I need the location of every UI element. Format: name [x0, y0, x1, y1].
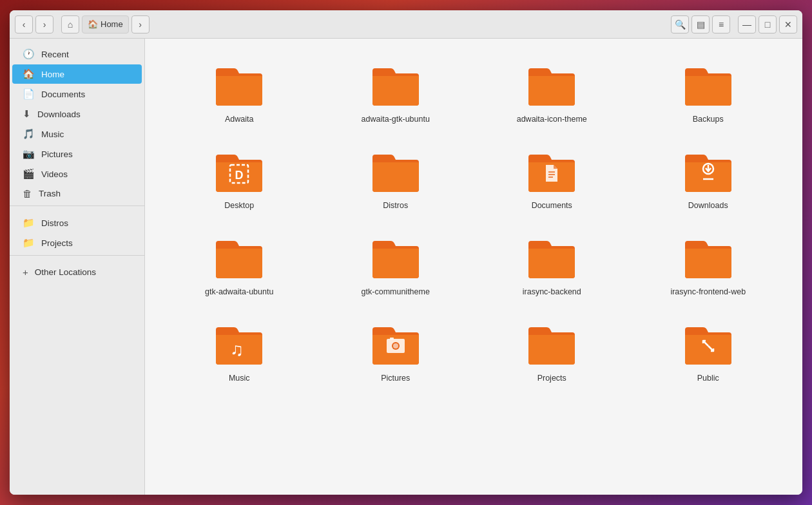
folder-music[interactable]: ♫ Music	[164, 310, 314, 390]
folder-desktop[interactable]: D Desktop	[164, 138, 314, 218]
folder-icon-documents	[525, 146, 579, 197]
folder-label-gtk-adwaita-ubuntu: gtk-adwaita-ubuntu	[205, 287, 273, 296]
folder-icon-adwaita-gtk-ubuntu	[369, 59, 423, 111]
folder-projects[interactable]: Projects	[477, 310, 627, 390]
sidebar-label-documents: Documents	[41, 90, 85, 99]
sidebar-item-home[interactable]: 🏠 Home	[12, 64, 142, 84]
main-content: Adwaita adwaita-gtk-ubuntu	[145, 39, 802, 495]
up-button[interactable]: ⌂	[61, 15, 79, 33]
close-icon: ✕	[784, 19, 792, 30]
folder-icon-desktop: D	[212, 146, 266, 197]
folder-gtk-adwaita-ubuntu[interactable]: gtk-adwaita-ubuntu	[164, 224, 314, 304]
svg-text:D: D	[235, 169, 244, 182]
folder-label-adwaita: Adwaita	[225, 115, 253, 124]
folder-gtk-communitheme[interactable]: gtk-communitheme	[321, 224, 471, 304]
sidebar-item-music[interactable]: 🎵 Music	[12, 124, 142, 144]
folder-label-desktop: Desktop	[224, 201, 254, 210]
sidebar-item-pictures[interactable]: 📷 Pictures	[12, 144, 142, 164]
folder-icon-gtk-communitheme	[369, 232, 423, 283]
sidebar-item-documents[interactable]: 📄 Documents	[12, 84, 142, 104]
toolbar-actions: 🔍 ▤ ≡	[671, 15, 730, 33]
folder-label-projects: Projects	[537, 374, 566, 383]
view-list-button[interactable]: ▤	[691, 15, 710, 33]
sidebar-label-music: Music	[41, 129, 64, 139]
sidebar-label-pictures: Pictures	[41, 149, 73, 159]
back-icon: ‹	[23, 19, 26, 30]
sidebar-item-videos[interactable]: 🎬 Videos	[12, 164, 142, 184]
folder-label-public: Public	[697, 374, 719, 383]
search-button[interactable]: 🔍	[671, 15, 689, 33]
file-grid: Adwaita adwaita-gtk-ubuntu	[164, 52, 783, 390]
folder-irasync-backend[interactable]: irasync-backend	[477, 224, 627, 304]
sidebar-label-trash: Trash	[39, 189, 61, 198]
folder-icon-backups	[681, 59, 735, 111]
folder-icon-public	[681, 318, 735, 370]
folder-label-pictures: Pictures	[381, 374, 410, 383]
titlebar: ‹ › ⌂ 🏠 Home › 🔍 ▤ ≡	[10, 10, 802, 39]
folder-label-gtk-communitheme: gtk-communitheme	[362, 287, 430, 296]
downloads-icon: ⬇	[23, 108, 31, 120]
folder-adwaita-icon-theme[interactable]: adwaita-icon-theme	[477, 52, 627, 131]
folder-icon-music: ♫	[212, 318, 266, 370]
svg-point-11	[393, 343, 398, 348]
sidebar-item-other-locations[interactable]: + Other Locations	[12, 263, 142, 281]
folder-label-irasync-backend: irasync-backend	[523, 287, 581, 296]
folder-irasync-frontend-web[interactable]: irasync-frontend-web	[633, 224, 784, 304]
minimize-icon: —	[742, 19, 751, 30]
folder-adwaita-gtk-ubuntu[interactable]: adwaita-gtk-ubuntu	[321, 52, 471, 131]
folder-downloads[interactable]: Downloads	[633, 138, 784, 218]
distros-icon: 📁	[23, 217, 35, 229]
file-manager-window: ‹ › ⌂ 🏠 Home › 🔍 ▤ ≡	[10, 10, 802, 495]
folder-icon-pictures	[369, 318, 423, 370]
pictures-icon: 📷	[23, 148, 35, 160]
sidebar-item-projects[interactable]: 📁 Projects	[12, 233, 142, 252]
back-button[interactable]: ‹	[15, 15, 33, 33]
location-forward-button[interactable]: ›	[131, 15, 150, 33]
folder-icon-distros	[369, 146, 423, 197]
sidebar-item-trash[interactable]: 🗑 Trash	[12, 184, 142, 203]
location-bar[interactable]: 🏠 Home	[82, 15, 129, 33]
sidebar-label-videos: Videos	[41, 169, 68, 179]
minimize-button[interactable]: —	[738, 15, 756, 33]
folder-icon-gtk-adwaita-ubuntu	[212, 232, 266, 283]
chevron-right-icon: ›	[139, 19, 142, 30]
forward-icon: ›	[43, 19, 46, 30]
sidebar-item-downloads[interactable]: ⬇ Downloads	[12, 104, 142, 124]
home-location-icon: 🏠	[88, 19, 98, 29]
folder-documents[interactable]: Documents	[477, 138, 627, 218]
sidebar-item-recent[interactable]: 🕐 Recent	[12, 44, 142, 64]
up-icon: ⌂	[68, 19, 73, 30]
view-menu-button[interactable]: ≡	[712, 15, 730, 33]
sidebar-item-distros[interactable]: 📁 Distros	[12, 213, 142, 233]
svg-rect-12	[390, 338, 394, 339]
maximize-button[interactable]: □	[759, 15, 777, 33]
folder-pictures[interactable]: Pictures	[321, 310, 471, 390]
hamburger-icon: ≡	[719, 19, 724, 30]
folder-icon-adwaita-icon-theme	[525, 59, 579, 111]
documents-icon: 📄	[23, 88, 35, 100]
search-icon: 🔍	[675, 19, 686, 30]
folder-adwaita[interactable]: Adwaita	[164, 52, 314, 131]
sidebar-label-distros: Distros	[41, 218, 68, 228]
maximize-icon: □	[765, 19, 770, 30]
close-button[interactable]: ✕	[779, 15, 797, 33]
folder-backups[interactable]: Backups	[633, 52, 784, 131]
content-area: 🕐 Recent 🏠 Home 📄 Documents ⬇ Downloads …	[10, 39, 802, 495]
music-icon: 🎵	[23, 128, 35, 140]
folder-label-documents: Documents	[532, 201, 572, 210]
sidebar-label-home: Home	[41, 70, 64, 79]
window-controls: — □ ✕	[738, 15, 797, 33]
forward-button[interactable]: ›	[35, 15, 53, 33]
folder-label-adwaita-icon-theme: adwaita-icon-theme	[517, 115, 587, 124]
sidebar-label-recent: Recent	[41, 50, 69, 59]
folder-public[interactable]: Public	[633, 310, 784, 390]
folder-label-backups: Backups	[693, 115, 724, 124]
folder-icon-adwaita	[212, 59, 266, 111]
folder-label-adwaita-gtk-ubuntu: adwaita-gtk-ubuntu	[362, 115, 430, 124]
projects-icon: 📁	[23, 237, 35, 249]
sidebar-label-other-locations: Other Locations	[35, 267, 96, 277]
folder-label-irasync-frontend-web: irasync-frontend-web	[670, 287, 746, 296]
folder-icon-irasync-backend	[525, 232, 579, 283]
folder-distros[interactable]: Distros	[321, 138, 471, 218]
view-list-icon: ▤	[697, 19, 705, 30]
